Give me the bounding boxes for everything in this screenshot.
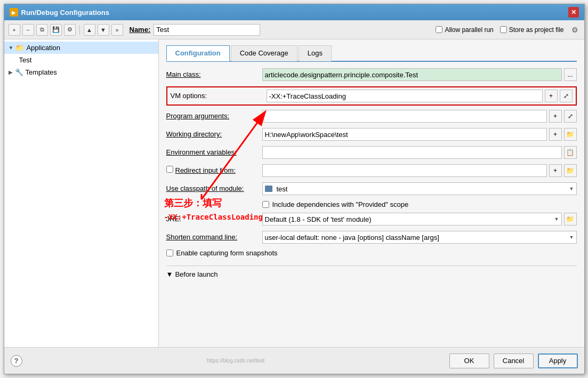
up-button[interactable]: ▲ <box>84 24 95 36</box>
jre-wrap: Default (1.8 - SDK of 'test' module) ▼ 📁 <box>262 213 577 226</box>
program-args-row: Program arguments: + ⤢ <box>166 110 577 124</box>
save-button[interactable]: 💾 <box>50 24 62 36</box>
vm-fullscreen-button[interactable]: ⤢ <box>560 90 573 102</box>
remove-button[interactable]: − <box>22 24 34 36</box>
env-vars-label: Environment variables: <box>166 146 262 156</box>
classpath-label: Use classpath of module: <box>166 182 262 192</box>
store-project-checkbox[interactable] <box>500 26 507 33</box>
classpath-dropdown[interactable]: test ▼ <box>262 182 577 195</box>
store-project-label[interactable]: Store as project file <box>500 26 564 34</box>
include-deps-checkbox[interactable] <box>262 201 269 208</box>
sidebar-item-test[interactable]: Test <box>4 54 158 66</box>
dialog-title: Run/Debug Configurations <box>21 9 109 17</box>
name-label: Name: <box>130 26 151 34</box>
watermark: https://blog.csdn.net/test <box>22 358 449 364</box>
sidebar-application-label: Application <box>26 44 60 52</box>
tab-code-coverage[interactable]: Code Coverage <box>231 45 297 61</box>
ok-button[interactable]: OK <box>449 353 489 368</box>
classpath-wrap: test ▼ <box>262 182 577 195</box>
bottom-right: OK Cancel Apply <box>449 353 578 368</box>
copy-button[interactable]: ⧉ <box>36 24 48 36</box>
redirect-input-browse-button[interactable]: 📁 <box>564 164 577 177</box>
allow-parallel-checkbox[interactable] <box>436 26 442 33</box>
sidebar-item-application[interactable]: ▼ 📁 Application <box>4 42 158 54</box>
program-args-label: Program arguments: <box>166 110 262 120</box>
sidebar-test-label: Test <box>19 56 32 64</box>
settings-button[interactable]: ⚙ <box>64 24 76 36</box>
shorten-cmd-label: Shorten command line: <box>166 231 262 241</box>
vm-options-label: VM options: <box>171 90 267 100</box>
close-button[interactable]: ✕ <box>568 7 579 18</box>
step3-chinese-annotation: 第三步：填写 <box>164 197 222 210</box>
title-bar-left: ▶ Run/Debug Configurations <box>10 8 109 17</box>
redirect-input-checkbox[interactable] <box>166 166 173 173</box>
shorten-cmd-row: Shorten command line: user-local default… <box>166 231 577 245</box>
env-vars-wrap: 📋 <box>262 146 577 159</box>
capture-snapshots-checkbox[interactable] <box>166 250 173 256</box>
add-button[interactable]: + <box>9 24 20 36</box>
args-fullscreen-button[interactable]: ⤢ <box>564 110 577 123</box>
vm-expand-button[interactable]: + <box>545 90 558 102</box>
redirect-input-expand-button[interactable]: + <box>549 164 562 177</box>
main-class-input[interactable] <box>262 68 562 81</box>
vm-options-inner: VM options: + ⤢ <box>171 90 573 102</box>
application-folder-icon: 📁 <box>15 44 24 52</box>
bottom-left: ? <box>11 355 22 367</box>
env-vars-input[interactable] <box>262 146 562 159</box>
module-value: test <box>277 185 288 193</box>
toolbar-right: Allow parallel run Store as project file… <box>436 25 579 35</box>
working-dir-input[interactable] <box>262 128 547 141</box>
main-class-wrap: ... <box>262 68 577 81</box>
include-deps-row: Include dependencies with "Provided" sco… <box>166 200 577 208</box>
args-expand-button[interactable]: + <box>549 110 562 123</box>
tab-configuration[interactable]: Configuration <box>166 45 230 61</box>
shorten-cmd-wrap: user-local default: none - java [options… <box>262 231 577 244</box>
shorten-cmd-dropdown[interactable]: user-local default: none - java [options… <box>262 231 577 244</box>
dialog-icon: ▶ <box>10 8 18 17</box>
working-dir-browse-button[interactable]: 📁 <box>564 128 577 141</box>
annotation-area: Configuration Code Coverage Logs Main cl… <box>159 39 584 347</box>
step3-code-annotation: -XX:+TraceClassLoading <box>164 213 263 221</box>
jre-browse-button[interactable]: 📁 <box>564 213 577 226</box>
working-dir-expand-button[interactable]: + <box>549 128 562 141</box>
toolbar: + − ⧉ 💾 ⚙ ▲ ▼ » Name: Allow parallel run… <box>4 20 584 39</box>
before-launch-section: ▼ Before launch <box>166 266 577 278</box>
sidebar-templates-label: Templates <box>26 68 57 76</box>
help-button[interactable]: ? <box>11 355 22 367</box>
name-input[interactable] <box>154 24 260 36</box>
jre-dropdown-arrow: ▼ <box>554 216 559 222</box>
toolbar-separator <box>79 25 80 35</box>
main-class-label: Main class: <box>166 68 262 78</box>
apply-button[interactable]: Apply <box>538 353 578 368</box>
main-class-row: Main class: ... <box>166 68 577 82</box>
program-args-input[interactable] <box>262 110 547 123</box>
redirect-input-row: Redirect input from: + 📁 <box>166 164 577 178</box>
redirect-input-wrap: + 📁 <box>262 164 577 177</box>
before-launch-header[interactable]: ▼ Before launch <box>166 270 577 278</box>
classpath-row: Use classpath of module: test ▼ <box>166 182 577 196</box>
redirect-input-field[interactable] <box>262 164 547 177</box>
sidebar-section: ▼ 📁 Application Test ▶ 🔧 Templates <box>4 39 158 81</box>
more-button[interactable]: » <box>111 24 123 36</box>
env-vars-edit-button[interactable]: 📋 <box>564 146 577 159</box>
working-dir-wrap: + 📁 <box>262 128 577 141</box>
main-content: ▼ 📁 Application Test ▶ 🔧 Templates <box>4 39 584 347</box>
gear-icon[interactable]: ⚙ <box>570 25 580 35</box>
allow-parallel-label[interactable]: Allow parallel run <box>436 26 493 34</box>
dropdown-arrow-icon: ▼ <box>569 186 574 191</box>
cancel-button[interactable]: Cancel <box>494 353 534 368</box>
module-icon <box>265 186 272 192</box>
sidebar-item-templates[interactable]: ▶ 🔧 Templates <box>4 66 158 78</box>
main-class-browse-button[interactable]: ... <box>564 68 577 81</box>
bottom-bar: ? https://blog.csdn.net/test OK Cancel A… <box>4 347 584 374</box>
tab-logs[interactable]: Logs <box>299 45 332 61</box>
down-button[interactable]: ▼ <box>98 24 109 36</box>
wrench-icon: 🔧 <box>15 68 23 76</box>
vm-options-wrap: + ⤢ <box>267 90 573 102</box>
run-debug-dialog: ▶ Run/Debug Configurations ✕ + − ⧉ 💾 ⚙ ▲… <box>4 4 585 374</box>
jre-dropdown[interactable]: Default (1.8 - SDK of 'test' module) ▼ <box>262 213 562 226</box>
sidebar: ▼ 📁 Application Test ▶ 🔧 Templates <box>4 39 159 347</box>
chevron-down-icon: ▼ <box>9 45 14 51</box>
vm-options-input[interactable] <box>267 90 543 102</box>
working-dir-row: Working directory: + 📁 <box>166 128 577 142</box>
